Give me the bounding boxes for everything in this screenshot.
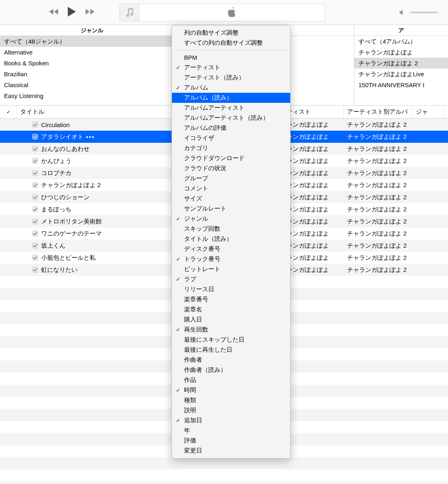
menu-item[interactable]: BPM <box>172 52 290 63</box>
track-checkbox[interactable] <box>32 146 38 152</box>
album-header[interactable]: ア <box>354 25 448 36</box>
menu-item[interactable]: ✓ラブ <box>172 274 290 284</box>
menu-item-label: アルバム <box>184 84 208 92</box>
menu-item-label: クラウドの状況 <box>184 165 226 172</box>
check-column-header[interactable]: ✓ <box>0 106 17 118</box>
menu-item[interactable]: 楽章名 <box>172 305 290 315</box>
menu-item[interactable]: 説明 <box>172 405 290 415</box>
menu-item[interactable]: カテゴリ <box>172 143 290 153</box>
album-column-header[interactable]: アーティスト別アルバ <box>344 106 412 118</box>
track-checkbox[interactable] <box>32 255 38 261</box>
genre-header[interactable]: ジャンル <box>0 25 184 36</box>
checkmark-icon: ✓ <box>176 256 180 262</box>
browser-item[interactable]: Alternative <box>0 47 184 58</box>
menu-item[interactable]: コメント <box>172 184 290 194</box>
menu-item-label: 種類 <box>184 396 196 404</box>
volume-slider[interactable] <box>410 12 438 13</box>
menu-item[interactable]: イコライザ <box>172 133 290 143</box>
track-artist: ランガぽよぽよ <box>283 203 344 215</box>
menu-item[interactable]: ✓再生回数 <box>172 325 290 335</box>
menu-item[interactable]: 評価 <box>172 436 290 446</box>
track-checkbox[interactable] <box>32 182 38 188</box>
menu-item-label: 追加日 <box>184 417 202 424</box>
volume-control[interactable] <box>399 10 448 15</box>
menu-item[interactable]: ✓時間 <box>172 385 290 395</box>
menu-item[interactable]: すべての列の自動サイズ調整 <box>172 38 290 48</box>
menu-item[interactable]: 変更日 <box>172 446 290 456</box>
menu-item[interactable]: アーティスト（読み） <box>172 73 290 83</box>
menu-item[interactable]: ✓ジャンル <box>172 214 290 224</box>
track-checkbox[interactable] <box>32 194 38 200</box>
track-actions-icon[interactable]: ••• <box>86 134 95 140</box>
menu-item[interactable]: 種類 <box>172 395 290 405</box>
browser-item[interactable]: Classical <box>0 79 184 90</box>
menu-item-label: 楽章番号 <box>184 296 208 303</box>
menu-item[interactable]: ディスク番号 <box>172 244 290 254</box>
menu-item[interactable]: アルバム（読み） <box>172 93 290 103</box>
browser-item[interactable]: チャランガぽよぽよLive <box>354 69 448 79</box>
menu-item[interactable]: 列の自動サイズ調整 <box>172 28 290 38</box>
menu-item[interactable]: 楽章番号 <box>172 294 290 305</box>
browser-item[interactable]: すべて（48ジャンル） <box>0 36 184 47</box>
track-checkbox[interactable] <box>32 170 38 176</box>
track-checkbox[interactable] <box>32 134 38 140</box>
menu-item[interactable]: 最後にスキップした日 <box>172 335 290 345</box>
track-checkbox[interactable] <box>32 219 38 224</box>
menu-item-label: サンプルレート <box>184 205 226 213</box>
track-checkbox[interactable] <box>32 231 38 236</box>
track-checkbox[interactable] <box>32 207 38 212</box>
menu-item[interactable]: グループ <box>172 173 290 184</box>
track-album: チャランガぽよぽよ 2 <box>344 203 412 215</box>
browser-item[interactable]: Books & Spoken <box>0 58 184 69</box>
track-album: チャランガぽよぽよ 2 <box>344 131 412 143</box>
menu-item[interactable]: クラウドダウンロード <box>172 153 290 163</box>
menu-item-label: 最後に再生した日 <box>184 346 232 354</box>
menu-item[interactable]: 作曲者 <box>172 355 290 365</box>
menu-item[interactable]: リリース日 <box>172 284 290 294</box>
track-checkbox[interactable] <box>32 158 38 164</box>
browser-item[interactable]: Easy Listening <box>0 90 184 101</box>
menu-item[interactable]: アルバムアーティスト <box>172 103 290 113</box>
menu-item[interactable]: 作曲者（読み） <box>172 365 290 375</box>
artist-column-header[interactable]: ティスト <box>283 106 344 118</box>
menu-item[interactable]: アルバムアーティスト（読み） <box>172 113 290 123</box>
menu-item[interactable]: アルバムの評価 <box>172 123 290 133</box>
browser-item[interactable]: 150TH ANNIVERSARY I <box>354 79 448 90</box>
menu-item-label: サイズ <box>184 195 202 202</box>
menu-item[interactable]: ✓トラック番号 <box>172 254 290 264</box>
menu-item-label: 年 <box>184 427 190 434</box>
browser-item[interactable]: すべて（4アルバム） <box>354 36 448 47</box>
menu-item[interactable]: 年 <box>172 426 290 436</box>
menu-item[interactable]: 最後に再生した日 <box>172 345 290 355</box>
play-button[interactable] <box>67 6 77 18</box>
menu-item[interactable]: ✓追加日 <box>172 415 290 426</box>
browser-item[interactable]: Brazilian <box>0 69 184 79</box>
menu-item-label: 時間 <box>184 386 196 394</box>
track-title: おんなのしあわせ <box>41 145 90 153</box>
genre-column-header[interactable]: ジャ <box>412 106 445 118</box>
menu-item[interactable]: スキップ回数 <box>172 224 290 234</box>
checkmark-icon: ✓ <box>176 417 180 424</box>
track-title: かんぴょう <box>41 157 71 165</box>
menu-item[interactable]: ✓アーティスト <box>172 63 290 73</box>
checkmark-icon: ✓ <box>176 276 180 282</box>
menu-item[interactable]: ビットレート <box>172 264 290 274</box>
menu-item[interactable]: 作品 <box>172 375 290 385</box>
track-checkbox[interactable] <box>32 267 38 273</box>
track-checkbox[interactable] <box>32 122 38 127</box>
browser-item[interactable]: チャランガぽよぽよ 2 <box>354 58 448 69</box>
checkmark-icon: ✓ <box>176 387 180 393</box>
menu-item[interactable]: 購入日 <box>172 315 290 325</box>
svg-rect-7 <box>33 207 38 212</box>
menu-item[interactable]: サイズ <box>172 194 290 204</box>
track-checkbox[interactable] <box>32 243 38 248</box>
previous-button[interactable] <box>48 8 59 17</box>
browser-item[interactable]: チャランガぽよぽよ <box>354 47 448 58</box>
next-button[interactable] <box>85 8 95 17</box>
menu-item[interactable]: サンプルレート <box>172 204 290 214</box>
menu-item[interactable]: ✓アルバム <box>172 83 290 93</box>
playback-controls <box>0 6 111 18</box>
menu-item[interactable]: クラウドの状況 <box>172 163 290 173</box>
track-album: チャランガぽよぽよ 2 <box>344 215 412 227</box>
menu-item[interactable]: タイトル（読み） <box>172 234 290 244</box>
